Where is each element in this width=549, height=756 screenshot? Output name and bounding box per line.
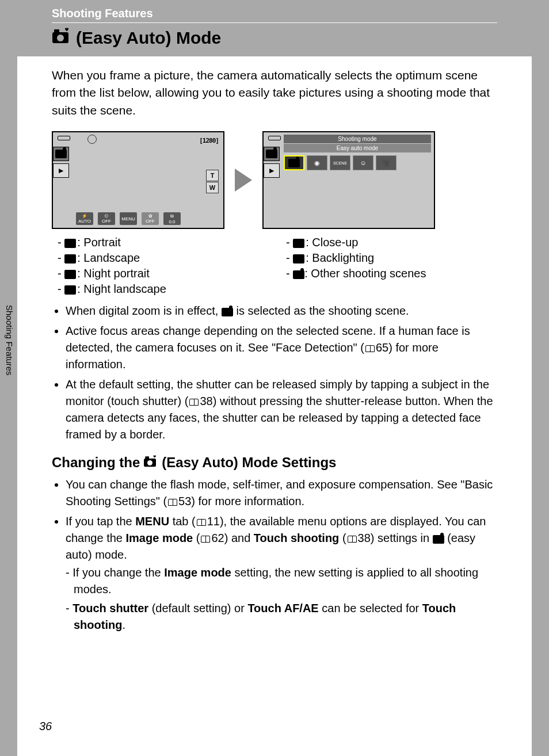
scene-backlighting: : Backlighting	[296, 250, 497, 266]
page-ref-icon	[348, 536, 357, 543]
scene-list: : Portrait : Landscape : Night portrait …	[52, 235, 497, 297]
page-ref-icon	[168, 499, 177, 506]
scene-landscape: : Landscape	[68, 250, 269, 266]
zoom-out[interactable]: W	[206, 182, 219, 193]
camera-heart-icon	[222, 308, 233, 316]
auto-mode-icon[interactable]: ◉	[307, 155, 327, 170]
shots-remaining: [1280]	[199, 137, 219, 144]
flash-icon[interactable]: ⚡AUTO	[76, 212, 93, 225]
night-portrait-icon	[64, 270, 76, 279]
camera-heart-icon	[293, 270, 304, 279]
easy-auto-icon	[143, 455, 158, 471]
camera-icon	[55, 150, 67, 158]
mode-bar-subtitle: Easy auto mode	[284, 144, 431, 152]
section-settings-title: Changing the (Easy Auto) Mode Settings	[52, 455, 497, 471]
page-ref-icon	[365, 345, 375, 352]
scene-close-up: : Close-up	[296, 235, 497, 250]
scene-col-right: : Close-up : Backlighting : Other shooti…	[280, 235, 497, 297]
shoot-tab[interactable]	[53, 147, 69, 161]
manual-page: Shooting Features (Easy Auto) Mode When …	[17, 0, 532, 756]
svg-rect-4	[146, 457, 150, 460]
shoot-tab[interactable]	[264, 147, 280, 161]
scene-night-portrait: : Night portrait	[68, 266, 269, 281]
breadcrumb: Shooting Features	[52, 7, 497, 23]
settings-list: You can change the flash mode, self-time…	[52, 476, 497, 635]
scene-night-landscape: : Night landscape	[68, 281, 269, 297]
camera-heart-icon	[433, 535, 444, 544]
camera-icon	[266, 150, 277, 158]
arrow-icon	[235, 169, 252, 192]
camera-heart-icon	[288, 159, 300, 167]
screen-illustrations: [1280] ▶ T W ⚡AUTO ⏲OFF MENU ✿OFF ⧉0.0	[52, 131, 497, 229]
self-timer-icon[interactable]: ⏲OFF	[98, 212, 115, 225]
title-text: (Easy Auto) Mode	[76, 28, 221, 48]
sub-image-mode: If you change the Image mode setting, th…	[74, 563, 497, 599]
smile-timer-icon	[87, 135, 97, 144]
menu-label: MENU	[135, 515, 169, 528]
note-focus-areas: Active focus areas change depending on t…	[66, 323, 497, 373]
battery-icon	[268, 136, 281, 140]
bottom-toolbar: ⚡AUTO ⏲OFF MENU ✿OFF ⧉0.0	[76, 212, 181, 225]
zoom-in[interactable]: T	[206, 170, 219, 181]
page-ref-icon	[201, 536, 210, 543]
scene-other: : Other shooting scenes	[296, 266, 497, 281]
svg-point-5	[147, 460, 152, 465]
mode-bar-title: Shooting mode	[284, 135, 431, 143]
macro-icon[interactable]: ✿OFF	[142, 212, 159, 225]
svg-point-2	[57, 35, 64, 41]
setting-basic: You can change the flash mode, self-time…	[66, 476, 497, 510]
close-up-icon	[293, 239, 304, 248]
intro-paragraph: When you frame a picture, the camera aut…	[52, 67, 497, 119]
page-title: (Easy Auto) Mode	[52, 28, 497, 48]
svg-rect-1	[54, 29, 59, 33]
exposure-comp-icon[interactable]: ⧉0.0	[163, 212, 181, 225]
play-tab[interactable]: ▶	[53, 163, 69, 178]
mode-tabs: ▶	[264, 147, 280, 180]
notes-list: When digital zoom is in effect, is selec…	[52, 303, 497, 443]
page-number: 36	[39, 720, 52, 733]
easy-auto-mode-icon[interactable]	[284, 155, 304, 170]
zoom-control: T W	[206, 170, 219, 194]
sub-touch-shutter: Touch shutter (default setting) or Touch…	[74, 599, 497, 635]
page-ref-icon	[189, 399, 199, 406]
mode-icon-row: ◉ SCENE ☺ 🎥	[284, 155, 431, 170]
easy-auto-icon	[52, 28, 71, 48]
backlighting-icon	[293, 254, 304, 264]
movie-mode-icon[interactable]: 🎥	[376, 155, 396, 170]
note-digital-zoom: When digital zoom is in effect, is selec…	[66, 303, 497, 319]
smart-portrait-icon[interactable]: ☺	[353, 155, 373, 170]
mode-tabs: ▶	[53, 147, 69, 180]
night-landscape-icon	[64, 285, 76, 295]
scene-col-left: : Portrait : Landscape : Night portrait …	[52, 235, 269, 297]
menu-button[interactable]: MENU	[120, 212, 137, 225]
battery-icon	[58, 136, 70, 140]
portrait-icon	[64, 239, 76, 248]
setting-menu-tap: If you tap the MENU tab (11), the availa…	[66, 513, 497, 635]
side-section-label: Shooting Features	[5, 305, 14, 376]
page-ref-icon	[197, 519, 206, 526]
header: Shooting Features (Easy Auto) Mode	[17, 0, 532, 56]
screen-mode-select: ▶ Shooting mode Easy auto mode ◉ SCENE ☺…	[262, 131, 435, 229]
scene-portrait: : Portrait	[68, 235, 269, 250]
play-tab[interactable]: ▶	[264, 163, 280, 178]
scene-mode-icon[interactable]: SCENE	[330, 155, 350, 170]
screen-live-view: [1280] ▶ T W ⚡AUTO ⏲OFF MENU ✿OFF ⧉0.0	[52, 131, 224, 229]
landscape-icon	[64, 254, 76, 264]
note-touch-shutter: At the default setting, the shutter can …	[66, 376, 497, 443]
